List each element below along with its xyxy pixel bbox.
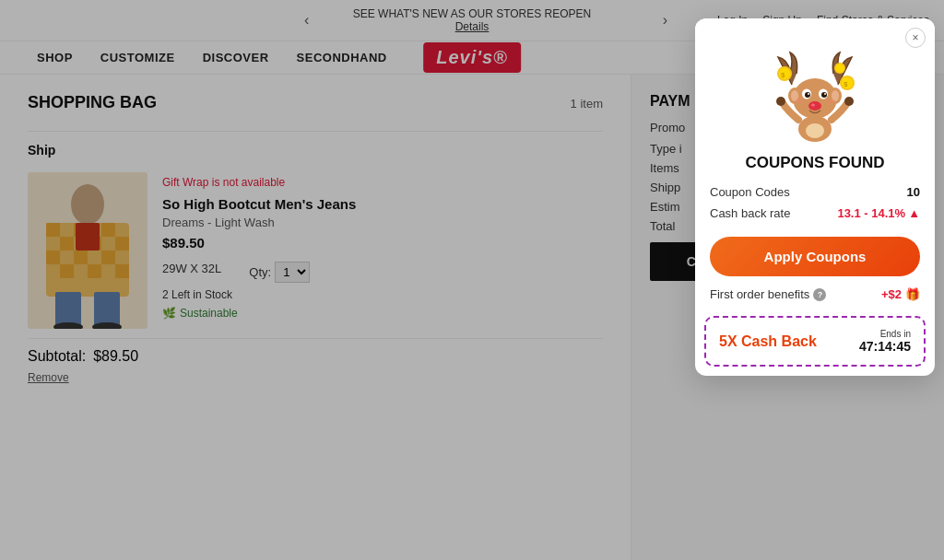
svg-text:$: $: [781, 71, 785, 79]
first-order-text: First order benefits: [710, 287, 809, 301]
svg-point-44: [806, 123, 824, 138]
ends-in-label: Ends in: [859, 329, 911, 339]
cashback-banner-text: 5X Cash Back: [719, 333, 817, 350]
cashback-rate-label: Cash back rate: [710, 206, 790, 220]
svg-point-36: [821, 92, 827, 98]
svg-point-35: [805, 92, 810, 98]
reindeer-illustration: $ $: [695, 48, 935, 154]
svg-point-41: [808, 101, 821, 111]
svg-point-40: [826, 99, 835, 104]
apply-coupons-button[interactable]: Apply Coupons: [710, 237, 920, 276]
svg-point-46: [844, 97, 854, 106]
first-order-amount: +$2: [881, 287, 902, 301]
popup-header: ×: [695, 18, 935, 48]
coupon-popup: × $ $: [695, 18, 935, 376]
close-icon: ×: [912, 31, 918, 44]
info-icon[interactable]: ?: [813, 288, 826, 301]
cashback-value-text: 13.1 - 14.1%: [837, 206, 905, 220]
cashback-arrow-up: ▲: [908, 206, 920, 220]
first-order-row: First order benefits ? +$2 🎁: [710, 287, 920, 301]
gift-icon: 🎁: [905, 287, 920, 301]
svg-text:$: $: [844, 80, 848, 88]
coupon-codes-label: Coupon Codes: [710, 185, 790, 199]
cashback-rate-value: 13.1 - 14.1% ▲: [837, 206, 920, 220]
svg-point-37: [808, 93, 809, 95]
coupons-found-title: COUPONS FOUND: [710, 154, 920, 172]
popup-body: COUPONS FOUND Coupon Codes 10 Cash back …: [695, 154, 935, 310]
svg-point-45: [776, 97, 785, 106]
first-order-label: First order benefits ?: [710, 287, 826, 301]
svg-point-38: [824, 93, 826, 95]
cashback-rate-row: Cash back rate 13.1 - 14.1% ▲: [710, 206, 920, 220]
svg-point-42: [811, 104, 815, 107]
countdown-timer: 47:14:45: [859, 339, 911, 354]
cashback-ends: Ends in 47:14:45: [859, 329, 911, 354]
svg-point-39: [795, 99, 804, 104]
coupon-codes-value: 10: [907, 185, 920, 199]
first-order-value: +$2 🎁: [881, 287, 920, 301]
cashback-banner[interactable]: 5X Cash Back Ends in 47:14:45: [704, 316, 926, 367]
close-button[interactable]: ×: [905, 28, 926, 48]
coupon-codes-row: Coupon Codes 10: [710, 185, 920, 199]
svg-point-27: [836, 64, 844, 73]
